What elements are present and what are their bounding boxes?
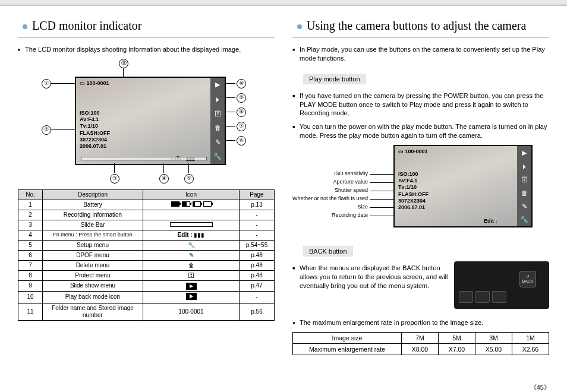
back-icon: ↺ [526,274,530,279]
trash-icon: 🗑 [212,123,223,132]
back-section: ↺ BACK When the menus are displayed the … [292,261,549,309]
callout-10: ⑩ [237,79,246,88]
table-row: 11Folder name and Stored image number100… [18,303,275,320]
slideshow-icon: ⏵ [518,162,530,171]
mini-lcd-edit: Edit : [484,218,497,224]
back-button[interactable]: ↺ BACK [519,271,536,287]
callout-2: ② [42,125,51,135]
play-p1: If you have turned on the camera by pres… [292,91,549,118]
lcd-sidebar: ▶ ⏵ ⚿ 🗑 ✎ 🔧 [210,78,225,164]
dpof-icon: ✎ [212,138,223,147]
play-icon: ▶ [518,148,530,157]
lcd-screen: ▭ 100-0001 ISO:100 Av:F4.1 Tv:1/10 FLASH… [75,77,226,165]
table-row: 5Setup menu🔧p.54~55 [18,240,275,250]
table-row: 7Delete menu🗑p.48 [18,260,275,270]
callout-3: ③ [110,174,119,184]
table-row: 3Slide Bar- [18,220,275,230]
page-number: 45 [530,383,550,392]
wrench-icon: 🔧 [518,215,530,225]
section-title-right: Using the camera buttons to adjust the c… [292,17,549,38]
wrench-icon: 🔧 [212,152,223,162]
callout-5: ⑤ [184,174,194,184]
lcd-diagram: ① ② ⑪ ▭ 100-0001 ISO:100 Av:F4.1 Tv:1/10… [18,61,275,186]
lock-icon: ⚿ [212,109,223,118]
back-button-photo: ↺ BACK [454,261,549,309]
subhead-back: BACK button [303,246,353,257]
callout-11: ⑪ [119,59,128,68]
table-row: 2Recording Information- [18,210,275,220]
back-text: When the menus are displayed the BACK bu… [292,264,448,290]
right-intro: In Play mode, you can use the buttons on… [292,45,549,63]
lcd-info-block: ISO:100 Av:F4.1 Tv:1/10 FLASH:OFF 3072X2… [80,110,110,150]
indicator-table: No. Description Icon Page 1Batteryp.13 2… [18,189,275,321]
enlarge-intro: The maximum enlargement rate in proporti… [292,318,549,327]
left-column: LCD monitor indicator The LCD monitor di… [18,17,275,387]
play-p2: You can turn the power on with the play … [292,122,549,140]
table-row: 10Play back mode icon- [18,291,275,303]
callout-1: ① [42,79,51,88]
section-title-left: LCD monitor indicator [18,17,275,38]
page: LCD monitor indicator The LCD monitor di… [0,6,567,392]
table-row: 6DPOF menu✎p.48 [18,250,275,260]
trash-icon: 🗑 [518,188,530,198]
callout-8: ⑧ [237,108,246,117]
table-row: 1Batteryp.13 [18,200,275,210]
table-row: 4Fn menu : Press the smart buttonEdit : … [18,230,275,240]
enlarge-table: Image size 7M 5M 3M 1M Maximum enlargeme… [292,332,549,355]
slideshow-icon: ⏵ [212,94,223,104]
right-column: Using the camera buttons to adjust the c… [292,17,549,387]
dpof-icon: ✎ [518,201,530,211]
table-row: 9Slide show menup.47 [18,280,275,291]
callout-9: ⑨ [237,93,246,103]
mini-lcd-wrap: ISO sensitivity Aperture value Shutter s… [393,145,549,240]
lock-icon: ⚿ [518,175,530,184]
play-icon: ▶ [212,80,223,90]
lcd-slidebar [81,157,207,160]
table-row: 8Protect menu⚿p.48 [18,270,275,280]
left-intro: The LCD monitor displays shooting inform… [18,45,275,54]
callout-7: ⑦ [237,122,246,131]
mini-lcd-screen: ▭ 100-0001 ISO:100 Av:F4.1 Tv:1/10 FLASH… [393,145,533,227]
callout-6: ⑥ [237,136,246,146]
mini-labels: ISO sensitivity Aperture value Shutter s… [292,170,368,220]
lcd-folder: ▭ 100-0001 [80,80,109,86]
subhead-playmode: Play mode button [303,74,366,84]
callout-4: ④ [159,174,169,184]
